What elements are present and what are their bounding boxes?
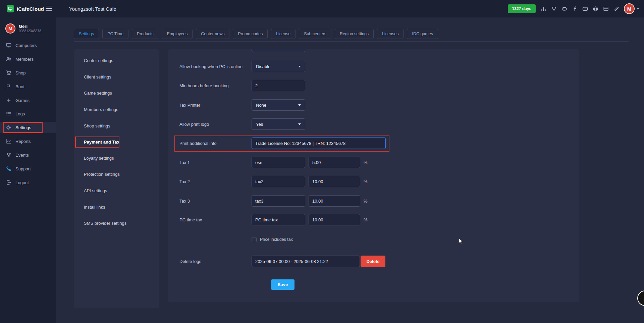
sidebar-user[interactable]: M Geri 008812345678 <box>5 23 41 34</box>
sidebar-item-logs[interactable]: Logs <box>0 108 56 119</box>
nav-item-game-settings[interactable]: Game settings <box>79 88 154 98</box>
sidebar-item-boot[interactable]: Boot <box>0 81 56 92</box>
pc-time-tax-percent-input[interactable] <box>309 214 360 225</box>
tax2-percent-input[interactable] <box>309 176 360 187</box>
user-menu[interactable]: M <box>624 3 639 14</box>
tab-settings[interactable]: Settings <box>74 29 99 39</box>
tab-promo-codes[interactable]: Promo codes <box>233 29 268 39</box>
reports-icon <box>6 139 11 144</box>
field-label: Tax Printer <box>179 103 200 108</box>
billing-icon[interactable] <box>603 6 609 12</box>
sidebar-item-reports[interactable]: Reports <box>0 136 56 147</box>
topbar-icons <box>540 6 619 12</box>
logs-icon <box>6 111 11 116</box>
nav-item-members-settings[interactable]: Members settings <box>79 104 154 115</box>
tax1-percent-input[interactable] <box>309 157 360 168</box>
sidebar-item-shop[interactable]: Shop <box>0 67 56 78</box>
tax2-name-input[interactable] <box>252 176 305 187</box>
sidebar-item-settings[interactable]: Settings <box>0 122 56 133</box>
tab-idc-games[interactable]: IDC games <box>407 29 438 39</box>
chevron-down-icon <box>298 123 301 125</box>
facebook-icon[interactable] <box>572 6 578 12</box>
brand[interactable]: iCafeCloud <box>7 0 44 17</box>
nav-item-client-settings[interactable]: Client settings <box>79 71 154 82</box>
nav-item-install-links[interactable]: Install links <box>79 202 154 212</box>
allow-booking-select[interactable]: Disable <box>252 61 305 72</box>
payment-tax-form-panel: Allow booking when PC is online Disable … <box>168 49 579 302</box>
phone-icon <box>6 166 11 171</box>
tab-region-settings[interactable]: Region settings <box>335 29 374 39</box>
nav-item-sms-provider-settings[interactable]: SMS provider settings <box>79 218 154 228</box>
nav-item-payment-and-tax[interactable]: Payment and Tax <box>79 137 154 147</box>
percent-sign: % <box>364 179 368 184</box>
sidebar-item-members[interactable]: Members <box>0 53 56 65</box>
trophy-icon[interactable] <box>551 6 557 12</box>
shortcuts-icon[interactable] <box>613 6 619 12</box>
field-label: Allow print logo <box>179 122 209 127</box>
cafe-title: Youngzsoft Test Cafe <box>69 6 116 12</box>
boot-icon <box>6 84 11 89</box>
tax-printer-select[interactable]: None <box>252 99 305 111</box>
nav-item-center-settings[interactable]: Center settings <box>79 55 154 66</box>
form-row-print-additional-info: Print additional info <box>168 138 579 149</box>
tab-employees[interactable]: Employees <box>162 29 193 39</box>
sidebar-item-support[interactable]: Support <box>0 163 56 174</box>
sidebar-item-label: Logs <box>15 111 25 116</box>
price-includes-tax-checkbox[interactable] <box>252 237 257 242</box>
nav-item-protection-settings[interactable]: Protection settings <box>79 169 154 179</box>
select-value: None <box>256 103 266 108</box>
tax1-name-input[interactable] <box>252 157 305 168</box>
tab-products[interactable]: Products <box>132 29 158 39</box>
tax3-name-input[interactable] <box>252 195 305 207</box>
allow-print-logo-select[interactable]: Yes <box>252 118 305 130</box>
sidebar-item-label: Logout <box>15 180 29 185</box>
tab-pc-time[interactable]: PC Time <box>102 29 128 39</box>
user-id: 008812345678 <box>19 29 41 33</box>
clipped-top-input[interactable] <box>252 49 305 52</box>
events-icon <box>6 152 11 158</box>
delete-button[interactable]: Delete <box>361 256 385 267</box>
form-row-allow-booking: Allow booking when PC is online Disable <box>168 61 579 72</box>
sidebar-item-events[interactable]: Events <box>0 149 56 161</box>
tax3-percent-input[interactable] <box>309 195 360 207</box>
menu-toggle-button[interactable] <box>46 6 52 11</box>
form-row-allow-print-logo: Allow print logo Yes <box>168 118 579 130</box>
sidebar-item-label: Shop <box>15 70 25 75</box>
tab-licenses[interactable]: Licenses <box>377 29 404 39</box>
form-row-tax-printer: Tax Printer None <box>168 99 579 111</box>
tab-sub-centers[interactable]: Sub centers <box>299 29 331 39</box>
checkbox-label: Price includes tax <box>260 237 293 242</box>
chevron-down-icon <box>637 8 639 10</box>
sidebar-item-label: Support <box>15 166 31 171</box>
sidebar-item-label: Events <box>15 153 29 158</box>
save-button[interactable]: Save <box>271 279 294 290</box>
nav-item-loyalty-settings[interactable]: Loyalty settings <box>79 153 154 163</box>
sidebar-item-games[interactable]: Games <box>0 95 56 106</box>
main-content: Settings PC Time Products Employees Cent… <box>56 17 644 323</box>
computer-icon <box>6 43 11 48</box>
gear-icon <box>6 125 11 130</box>
globe-icon[interactable] <box>592 6 598 12</box>
youtube-icon[interactable] <box>582 6 588 12</box>
sidebar-avatar-letter: M <box>8 26 12 31</box>
tab-license[interactable]: License <box>271 29 296 39</box>
sidebar-item-label: Computers <box>15 43 37 48</box>
sidebar-item-label: Settings <box>15 125 31 130</box>
discord-icon[interactable] <box>561 6 567 12</box>
print-additional-info-input[interactable] <box>252 138 386 149</box>
logout-icon <box>6 180 11 185</box>
pc-time-tax-name-input[interactable] <box>252 214 305 225</box>
sidebar-item-logout[interactable]: Logout <box>0 177 56 188</box>
tab-center-news[interactable]: Center news <box>196 29 229 39</box>
nav-item-api-settings[interactable]: API settings <box>79 185 154 196</box>
days-badge[interactable]: 1327 days <box>508 4 536 13</box>
select-value: Yes <box>256 122 263 127</box>
price-includes-tax-row: Price includes tax <box>252 237 293 242</box>
form-row-pc-time-tax: PC time tax % <box>168 214 579 225</box>
stats-icon[interactable] <box>540 6 546 12</box>
field-label: Tax 1 <box>179 160 190 165</box>
nav-item-shop-settings[interactable]: Shop settings <box>79 120 154 131</box>
sidebar-item-computers[interactable]: Computers <box>0 40 56 51</box>
delete-logs-range-input[interactable] <box>252 256 360 267</box>
min-hours-input[interactable] <box>252 80 305 91</box>
